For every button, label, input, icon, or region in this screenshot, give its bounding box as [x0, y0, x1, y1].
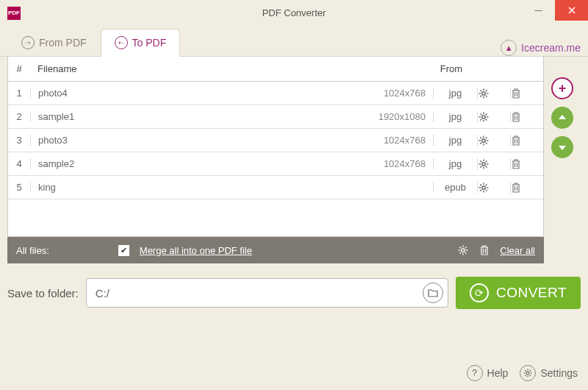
svg-line-33	[486, 166, 487, 167]
svg-line-59	[525, 370, 526, 372]
svg-line-25	[486, 137, 487, 138]
trash-icon	[479, 244, 490, 256]
svg-point-45	[462, 249, 465, 252]
gear-icon	[478, 182, 510, 194]
gear-icon	[478, 111, 510, 123]
titlebar: PDF PDF Converter ─	[0, 0, 588, 26]
svg-line-15	[486, 118, 487, 120]
merge-label[interactable]: Merge all into one PDF file	[140, 245, 252, 256]
svg-line-32	[480, 160, 481, 162]
brand-label: Icecream.me	[521, 42, 581, 54]
help-button[interactable]: ? Help	[467, 365, 509, 381]
row-number: 1	[8, 88, 30, 99]
help-label: Help	[487, 367, 509, 379]
svg-point-27	[482, 162, 485, 165]
all-files-settings-button[interactable]	[457, 244, 469, 256]
gear-icon	[520, 365, 536, 381]
table-empty-space	[8, 199, 543, 236]
folder-icon	[428, 288, 438, 297]
all-files-bar: All files: ✔ Merge all into one PDF file…	[7, 237, 544, 263]
col-header-from: From	[426, 63, 477, 74]
trash-icon	[511, 135, 543, 146]
row-delete-button[interactable]	[510, 88, 543, 99]
table-row[interactable]: 2sample11920x1080jpg	[8, 105, 543, 129]
row-delete-button[interactable]	[510, 158, 543, 170]
svg-line-52	[465, 247, 467, 248]
row-filename: sample1	[38, 111, 359, 122]
footer: ? Help Settings	[467, 365, 578, 381]
tabs-row: ⇢ From PDF ⇠ To PDF ▲ Icecream.me	[0, 26, 588, 57]
trash-icon	[511, 111, 543, 123]
save-row: Save to folder: C:/ ⟳ CONVERT	[7, 277, 581, 309]
row-filename-cell: king	[30, 182, 433, 193]
svg-line-8	[480, 95, 481, 96]
window-controls: ─	[522, 0, 588, 21]
table-row[interactable]: 3photo31024x768jpg	[8, 129, 543, 152]
table-row[interactable]: 1photo41024x768jpg	[8, 82, 543, 105]
settings-button[interactable]: Settings	[520, 365, 578, 381]
close-icon	[567, 6, 576, 15]
table-row[interactable]: 5kingepub	[8, 176, 543, 199]
row-filename-cell: photo31024x768	[30, 135, 433, 146]
svg-line-62	[525, 375, 526, 376]
table-row[interactable]: 4sample21024x768jpg	[8, 152, 543, 176]
all-files-label: All files:	[16, 245, 49, 256]
convert-label: CONVERT	[496, 285, 567, 301]
settings-label: Settings	[540, 367, 578, 379]
move-down-button[interactable]	[551, 136, 573, 158]
minimize-button[interactable]: ─	[522, 0, 555, 21]
move-up-button[interactable]	[551, 107, 573, 129]
svg-line-23	[480, 137, 481, 138]
merge-checkbox[interactable]: ✔	[118, 245, 129, 256]
svg-line-51	[465, 252, 467, 254]
row-filename-cell: photo41024x768	[30, 88, 433, 99]
save-to-folder-label: Save to folder:	[7, 287, 79, 299]
add-file-button[interactable]: +	[551, 77, 573, 99]
row-settings-button[interactable]	[477, 88, 510, 99]
browse-folder-button[interactable]	[423, 283, 443, 303]
svg-line-14	[480, 113, 481, 115]
convert-icon: ⟳	[470, 283, 489, 302]
from-pdf-icon: ⇢	[21, 36, 35, 49]
row-settings-button[interactable]	[477, 158, 510, 170]
svg-point-9	[482, 115, 485, 118]
trash-icon	[511, 88, 543, 99]
row-from: epub	[433, 182, 477, 193]
svg-line-61	[530, 370, 531, 372]
clear-all-trash-button[interactable]	[479, 244, 490, 256]
tab-to-pdf-label: To PDF	[132, 37, 167, 49]
row-delete-button[interactable]	[510, 135, 543, 146]
row-settings-button[interactable]	[477, 135, 510, 146]
file-table: # Filename From 1photo41024x768jpg2sampl…	[7, 57, 544, 237]
row-from: jpg	[433, 158, 477, 169]
svg-line-53	[460, 252, 462, 254]
tab-to-pdf[interactable]: ⇠ To PDF	[101, 29, 181, 57]
row-settings-button[interactable]	[477, 111, 510, 123]
window-title: PDF Converter	[0, 7, 588, 18]
convert-button[interactable]: ⟳ CONVERT	[456, 277, 581, 309]
svg-line-6	[486, 95, 487, 96]
row-delete-button[interactable]	[510, 111, 543, 123]
brand-link[interactable]: ▲ Icecream.me	[501, 40, 581, 56]
row-settings-button[interactable]	[477, 182, 510, 194]
row-dimensions: 1024x768	[359, 135, 433, 146]
arrow-down-icon	[557, 142, 567, 152]
help-icon: ?	[467, 365, 483, 381]
close-button[interactable]	[555, 0, 588, 21]
svg-line-60	[530, 375, 531, 376]
icecream-icon: ▲	[501, 40, 517, 56]
svg-line-24	[486, 142, 487, 143]
tab-from-pdf[interactable]: ⇢ From PDF	[7, 29, 101, 56]
save-path-value: C:/	[96, 287, 423, 299]
svg-line-44	[480, 189, 481, 191]
svg-line-41	[480, 184, 481, 185]
gear-icon	[478, 135, 510, 146]
svg-line-50	[460, 247, 462, 248]
svg-line-5	[480, 90, 481, 91]
clear-all-link[interactable]: Clear all	[500, 245, 535, 256]
row-number: 5	[8, 182, 30, 193]
save-path-input[interactable]: C:/	[86, 278, 448, 308]
row-delete-button[interactable]	[510, 182, 543, 194]
row-dimensions: 1024x768	[359, 88, 433, 99]
arrow-up-icon	[557, 113, 567, 123]
